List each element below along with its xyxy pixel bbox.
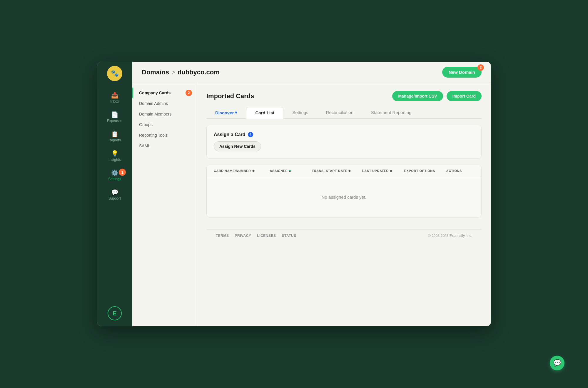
sub-nav-label: Domain Members: [139, 112, 171, 116]
page-content: Imported Cards Manage/Import CSV Import …: [197, 83, 491, 326]
sidebar-item-inbox[interactable]: 📥 Inbox: [97, 88, 132, 108]
assign-card-title: Assign a Card: [214, 132, 245, 137]
user-avatar[interactable]: E: [108, 306, 122, 320]
page-top: Imported Cards Manage/Import CSV Import …: [206, 91, 482, 101]
table-section: CARD NAME/NUMBER ASSIGNEE: [206, 165, 482, 218]
footer-link-privacy[interactable]: PRIVACY: [235, 234, 251, 238]
th-assignee: ASSIGNEE: [270, 169, 312, 173]
tab-reconciliation[interactable]: Reconciliation: [317, 107, 362, 119]
sidebar-item-label: Expenses: [107, 119, 123, 123]
table-header: CARD NAME/NUMBER ASSIGNEE: [207, 165, 481, 177]
sidebar-nav: 📥 Inbox 📄 Expenses 📋 Reports 💡 Insights …: [97, 85, 132, 300]
manage-csv-button[interactable]: Manage/Import CSV: [392, 91, 443, 101]
sub-nav-label: Company Cards: [139, 91, 171, 95]
sort-up-icon: [348, 170, 351, 171]
logo-icon: 🐾: [107, 66, 122, 81]
page-actions: Manage/Import CSV Import Card: [392, 91, 482, 101]
sub-sidebar: Company Cards 2 Domain Admins Domain Mem…: [132, 83, 197, 326]
import-card-button[interactable]: Import Card: [447, 91, 482, 101]
sidebar-item-label: Reports: [108, 138, 121, 142]
sort-assignee[interactable]: [289, 170, 291, 172]
sort-trans-start[interactable]: [348, 170, 351, 172]
new-domain-button[interactable]: New Domain: [442, 67, 482, 78]
sidebar-item-reports[interactable]: 📋 Reports: [97, 127, 132, 146]
footer-link-terms[interactable]: TERMS: [216, 234, 229, 238]
sidebar-item-label: Insights: [108, 158, 121, 162]
sort-up-icon: [390, 170, 392, 171]
sidebar-item-support[interactable]: 💬 Support: [97, 185, 132, 205]
assign-card-section: Assign a Card ? Assign New Cards: [206, 125, 482, 159]
breadcrumb-root[interactable]: Domains: [142, 68, 169, 76]
sort-card-name[interactable]: [252, 170, 255, 172]
sub-nav-label: Domain Admins: [139, 101, 168, 106]
chat-button[interactable]: 💬: [550, 356, 564, 370]
sidebar-item-label: Settings: [108, 177, 121, 181]
sort-down-icon: [390, 171, 392, 172]
sub-nav-company-cards[interactable]: Company Cards 2: [132, 88, 197, 98]
sub-nav-label: Groups: [139, 122, 153, 127]
sort-down-icon: [348, 171, 351, 172]
app-logo[interactable]: 🐾: [97, 62, 132, 85]
th-actions: ACTIONS: [446, 169, 474, 173]
assign-help-icon[interactable]: ?: [248, 132, 253, 137]
tabs: Discover ▾ Card List Settings Reconcilia…: [206, 107, 482, 119]
sort-down-icon: [289, 171, 291, 172]
sub-nav-saml[interactable]: SAML: [132, 141, 197, 151]
tab-discover[interactable]: Discover ▾: [206, 107, 246, 119]
footer-copyright: © 2008-2023 Expensify, Inc.: [428, 234, 472, 238]
breadcrumb: Domains > dubbyco.com: [142, 68, 442, 76]
main-area: Domains > dubbyco.com 3 New Domain Compa…: [132, 62, 491, 326]
sidebar-item-settings[interactable]: 1 ⚙️ Settings: [97, 166, 132, 185]
discover-chevron-icon: ▾: [235, 110, 237, 115]
sub-nav-label: SAML: [139, 143, 150, 148]
sub-nav-groups[interactable]: Groups: [132, 119, 197, 130]
sort-up-icon: [289, 170, 291, 171]
footer-link-status[interactable]: STATUS: [282, 234, 296, 238]
breadcrumb-separator: >: [171, 68, 175, 76]
sort-last-updated[interactable]: [390, 170, 392, 172]
assign-new-cards-button[interactable]: Assign New Cards: [214, 141, 261, 151]
th-card-name: CARD NAME/NUMBER: [214, 169, 270, 173]
top-header: Domains > dubbyco.com 3 New Domain: [132, 62, 491, 83]
expenses-icon: 📄: [111, 112, 118, 118]
sidebar-item-label: Support: [108, 196, 121, 200]
reports-icon: 📋: [111, 131, 118, 137]
sidebar: 🐾 📥 Inbox 📄 Expenses 📋 Reports 💡 Insi: [97, 62, 132, 326]
th-last-updated: LAST UPDATED: [362, 169, 404, 173]
settings-badge: 1: [119, 169, 126, 176]
sidebar-item-label: Inbox: [110, 99, 119, 103]
sub-nav-domain-members[interactable]: Domain Members: [132, 109, 197, 119]
new-domain-badge: 3: [477, 64, 484, 71]
support-icon: 💬: [111, 189, 118, 195]
sub-nav-domain-admins[interactable]: Domain Admins: [132, 98, 197, 109]
sort-up-icon: [252, 170, 255, 171]
tab-settings[interactable]: Settings: [283, 107, 317, 119]
inbox-icon: 📥: [111, 92, 118, 98]
th-export-options: EXPORT OPTIONS: [404, 169, 446, 173]
settings-icon: ⚙️: [111, 170, 118, 176]
footer-links: TERMS PRIVACY LICENSES STATUS: [216, 234, 296, 238]
tab-card-list[interactable]: Card List: [246, 107, 283, 119]
new-domain-container: 3 New Domain: [442, 67, 482, 78]
footer: TERMS PRIVACY LICENSES STATUS © 2008-202…: [206, 229, 482, 242]
company-cards-badge: 2: [186, 90, 192, 96]
th-trans-start-date: TRANS. START DATE: [312, 169, 362, 173]
insights-icon: 💡: [111, 150, 118, 156]
table-empty-message: No assigned cards yet.: [207, 177, 481, 217]
sub-nav-reporting-tools[interactable]: Reporting Tools: [132, 130, 197, 141]
tab-statement-reporting[interactable]: Statement Reporting: [362, 107, 420, 119]
page-title: Imported Cards: [206, 92, 254, 100]
sidebar-bottom: E: [97, 300, 132, 326]
footer-link-licenses[interactable]: LICENSES: [257, 234, 276, 238]
chat-icon: 💬: [553, 359, 561, 367]
content-wrapper: Company Cards 2 Domain Admins Domain Mem…: [132, 83, 491, 326]
sort-down-icon: [252, 171, 255, 172]
sidebar-item-insights[interactable]: 💡 Insights: [97, 146, 132, 166]
breadcrumb-current: dubbyco.com: [178, 68, 220, 76]
assign-card-header: Assign a Card ?: [214, 132, 474, 137]
sub-nav-label: Reporting Tools: [139, 133, 168, 138]
sidebar-item-expenses[interactable]: 📄 Expenses: [97, 108, 132, 127]
